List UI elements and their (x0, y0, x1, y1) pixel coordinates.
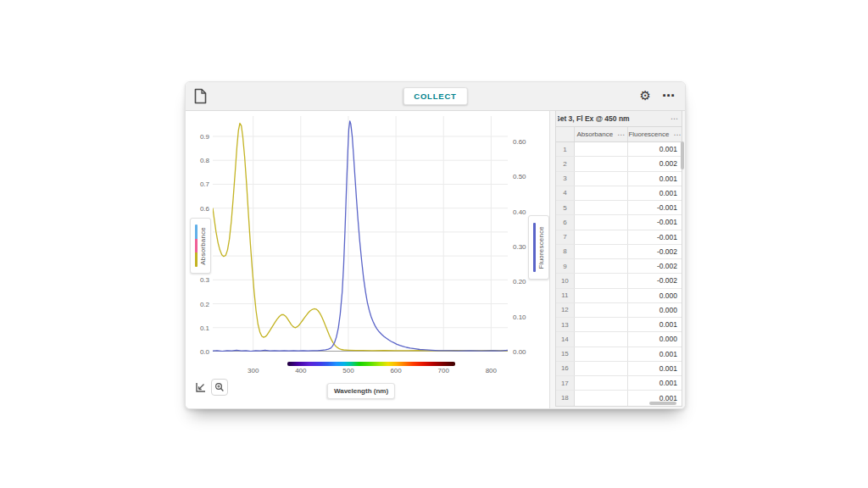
fluorescence-cell[interactable]: -0.001 (628, 201, 682, 214)
left-axis-tick-label: 0.1 (191, 324, 209, 332)
x-axis-tick-label: 600 (385, 367, 407, 374)
row-number-cell[interactable]: 16 (556, 362, 575, 375)
zoom-autoscale-button[interactable] (211, 379, 228, 396)
absorbance-cell[interactable] (575, 289, 628, 302)
x-axis-tick-label: 500 (337, 367, 359, 374)
x-axis-label-box[interactable]: Wavelength (nm) (327, 383, 395, 399)
row-number-cell[interactable]: 17 (556, 376, 575, 390)
data-table-panel: Set 3, Fl Ex @ 450 nm ⋯ Absorbance ⋯ Flu… (549, 111, 685, 408)
row-number-cell[interactable]: 7 (556, 230, 575, 244)
row-number-cell[interactable]: 3 (556, 172, 575, 186)
chart-area: 0.90.80.70.60.50.40.30.20.10.00.600.500.… (186, 111, 549, 408)
fluorescence-cell[interactable]: -0.002 (628, 245, 682, 258)
right-axis-tick-label: 0.60 (513, 138, 535, 146)
fluorescence-cell[interactable]: 0.001 (628, 186, 682, 200)
absorbance-cell[interactable] (575, 186, 628, 200)
absorbance-column-menu-icon[interactable]: ⋯ (615, 130, 625, 139)
new-file-icon[interactable] (194, 88, 207, 104)
row-number-cell[interactable]: 4 (556, 186, 575, 200)
row-number-cell[interactable]: 13 (556, 318, 575, 331)
legend-color-segment (195, 225, 198, 238)
fluorescence-cell[interactable]: 0.002 (628, 157, 682, 170)
right-axis-label-box[interactable]: Fluorescence (528, 215, 549, 280)
fluorescence-cell[interactable]: 0.000 (628, 303, 682, 317)
vertical-scrollbar-thumb[interactable] (681, 141, 684, 169)
graph-options-button[interactable] (192, 380, 208, 395)
table-row: 8-0.002 (556, 245, 682, 259)
table-row: 10-0.002 (556, 274, 682, 288)
absorbance-cell[interactable] (575, 318, 628, 331)
absorbance-cell[interactable] (575, 142, 628, 156)
right-axis-tick-label: 0.00 (513, 348, 535, 356)
absorbance-cell[interactable] (575, 376, 628, 390)
row-number-cell[interactable]: 8 (556, 245, 575, 258)
fluorescence-column-menu-icon[interactable]: ⋯ (670, 130, 681, 139)
fluorescence-cell[interactable]: 0.001 (628, 376, 682, 390)
settings-gear-icon[interactable]: ⚙ (640, 86, 651, 106)
dataset-title: Set 3, Fl Ex @ 450 nm (558, 114, 668, 123)
absorbance-cell[interactable] (575, 391, 628, 405)
fluorescence-cell[interactable]: 0.000 (628, 289, 682, 302)
left-axis-tick-label: 0.6 (191, 205, 209, 213)
dataset-menu-icon[interactable]: ⋯ (668, 114, 678, 123)
table-row: 40.001 (556, 186, 682, 201)
table-row: 20.002 (556, 157, 682, 171)
absorbance-cell[interactable] (575, 259, 628, 273)
left-axis-tick-label: 0.7 (191, 180, 209, 188)
graph-axes-icon (195, 382, 206, 393)
absorbance-cell[interactable] (575, 172, 628, 186)
collect-button[interactable]: COLLECT (403, 87, 467, 105)
fluorescence-cell[interactable]: -0.001 (628, 215, 682, 229)
legend-color-segment (195, 252, 198, 266)
fluorescence-cell[interactable]: 0.001 (628, 142, 682, 156)
visible-spectrum-bar (287, 362, 455, 366)
row-number-cell[interactable]: 15 (556, 347, 575, 361)
more-options-icon[interactable]: ⋯ (662, 86, 675, 106)
dataset-header-row[interactable]: Set 3, Fl Ex @ 450 nm ⋯ (556, 111, 682, 127)
row-number-cell[interactable]: 14 (556, 332, 575, 346)
absorbance-cell[interactable] (575, 274, 628, 287)
table-row: 7-0.001 (556, 230, 682, 245)
row-number-cell[interactable]: 1 (556, 142, 575, 156)
absorbance-header-label: Absorbance (576, 130, 613, 138)
fluorescence-cell[interactable]: 0.001 (628, 318, 682, 331)
row-number-cell[interactable]: 11 (556, 289, 575, 302)
x-axis-label: Wavelength (nm) (334, 387, 388, 395)
absorbance-cell[interactable] (575, 230, 628, 244)
absorbance-cell[interactable] (575, 347, 628, 361)
fluorescence-legend-stripe (533, 223, 536, 272)
fluorescence-cell[interactable]: -0.002 (628, 274, 682, 287)
absorbance-legend-stripe (195, 225, 198, 266)
absorbance-column-header[interactable]: Absorbance ⋯ (575, 127, 628, 141)
table-row: 5-0.001 (556, 201, 682, 215)
fluorescence-cell[interactable]: -0.002 (628, 259, 682, 273)
table-body: 10.00120.00230.00140.0015-0.0016-0.0017-… (556, 142, 682, 406)
absorbance-cell[interactable] (575, 362, 628, 375)
row-number-cell[interactable]: 9 (556, 259, 575, 273)
row-number-cell[interactable]: 2 (556, 157, 575, 170)
horizontal-scrollbar-thumb[interactable] (649, 402, 676, 405)
fluorescence-cell[interactable]: 0.001 (628, 172, 682, 186)
absorbance-cell[interactable] (575, 332, 628, 346)
row-number-cell[interactable]: 5 (556, 201, 575, 214)
spectrum-plot[interactable] (213, 116, 508, 352)
fluorescence-cell[interactable]: 0.001 (628, 347, 682, 361)
absorbance-cell[interactable] (575, 303, 628, 317)
absorbance-cell[interactable] (575, 157, 628, 170)
row-number-cell[interactable]: 18 (556, 391, 575, 405)
absorbance-cell[interactable] (575, 245, 628, 258)
row-number-cell[interactable]: 10 (556, 274, 575, 287)
absorbance-cell[interactable] (575, 215, 628, 229)
absorbance-cell[interactable] (575, 201, 628, 214)
spectral-analysis-window: COLLECT ⚙ ⋯ 0.90.80.70.60.50.40.30.20.10… (185, 81, 686, 409)
row-number-cell[interactable]: 12 (556, 303, 575, 317)
fluorescence-column-header[interactable]: Fluorescence ⋯ (628, 127, 682, 141)
fluorescence-cell[interactable]: 0.001 (628, 362, 682, 375)
magnifier-icon (214, 382, 225, 392)
series-absorbance (213, 124, 508, 351)
left-axis-label-box[interactable]: Absorbance (190, 218, 211, 274)
fluorescence-cell[interactable]: 0.000 (628, 332, 682, 346)
row-number-cell[interactable]: 6 (556, 215, 575, 229)
fluorescence-cell[interactable]: -0.001 (628, 230, 682, 244)
table-row: 120.000 (556, 303, 682, 318)
